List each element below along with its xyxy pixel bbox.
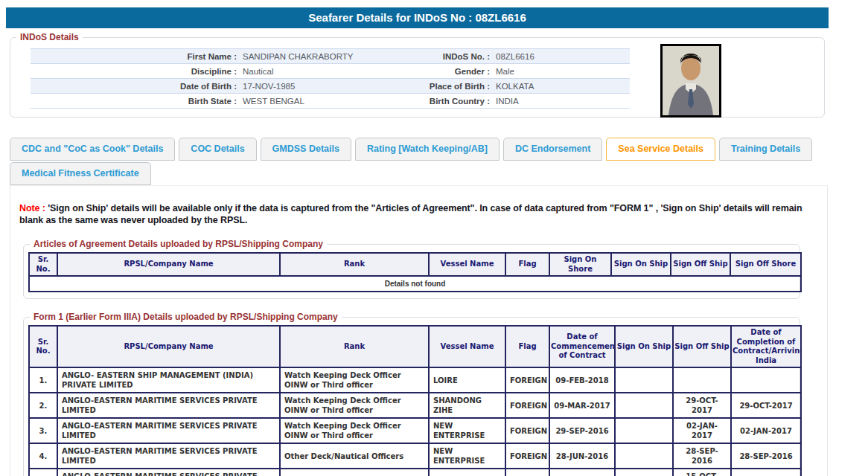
cell-flag: FOREIGN [505,443,549,469]
details-not-found-message: Details not found [29,276,801,292]
cell-completion: 29-OCT-2017 [731,393,801,418]
discipline-label: Discipline : [31,67,243,76]
cell-sr-no: 2. [29,393,57,418]
cell-sign-off-ship [673,367,731,393]
cell-rank: Watch Keeping Deck Officer OINW or Third… [280,367,429,393]
place-of-birth-value: KOLKATA [496,82,630,91]
indos-details-grid: First Name : SANDIPAN CHAKRABORTY INDoS … [31,48,630,109]
table-row: 3. ANGLO-EASTERN MARITIME SERVICES PRIVA… [29,418,801,443]
cell-vessel-name: NEW ENTERPRISE [429,418,505,443]
col-company: RPSL/Company Name [57,253,280,276]
cell-sign-off-ship: 28-SEP-2016 [673,443,731,469]
cell-commencement: 09-MAR-2017 [549,393,615,418]
empty-row: Details not found [29,276,801,292]
seafarer-photo [660,44,721,118]
cell-rank: Watch Keeping Deck Officer OINW or Third… [280,393,429,418]
birth-state-label: Birth State : [31,97,243,106]
tab-row-1: CDC and "CoC as Cook" Details COC Detail… [10,138,828,161]
col-company: RPSL/Company Name [57,326,280,367]
cell-sign-on-ship [615,418,673,443]
col-sr-no: Sr. No. [29,253,57,276]
cell-rank: Other Deck/Nautical Officers [280,443,429,469]
col-commencement: Date of Commencement of Contract [549,326,615,367]
col-flag: Flag [505,253,549,276]
cell-sr-no: 4. [29,443,57,469]
col-rank: Rank [280,326,429,367]
col-vessel-name: Vessel Name [429,326,505,367]
cell-completion: 28-SEP-2016 [731,443,801,469]
cell-commencement: 28-JUN-2016 [549,443,615,469]
portrait-graphic [663,46,719,115]
table-row: 1. ANGLO- EASTERN SHIP MANAGEMENT (INDIA… [29,367,801,393]
cell-company: ANGLO-EASTERN MARITIME SERVICES PRIVATE … [57,393,280,418]
cell-vessel-name: LOIRE [429,367,505,393]
cell-company: ANGLO-EASTERN MARITIME SERVICES PRIVATE … [57,418,280,443]
tab-rating-watch-keeping-ab[interactable]: Rating [Watch Keeping/AB] [355,138,500,161]
first-name-label: First Name : [31,52,243,61]
discipline-value: Nautical [243,67,410,76]
cell-sign-off-ship: 15-OCT-2013 [673,469,731,476]
indos-row: Date of Birth : 17-NOV-1985 Place of Bir… [31,79,630,94]
cell-sign-on-ship [615,469,673,476]
gender-label: Gender : [410,67,496,76]
col-sign-off-shore: Sign Off Shore [730,253,801,276]
cell-flag: FOREIGN [505,393,549,418]
articles-header-row: Sr. No. RPSL/Company Name Rank Vessel Na… [29,253,801,276]
cell-commencement: 29-SEP-2016 [549,418,615,443]
cell-sign-off-ship: 29-OCT-2017 [673,393,731,418]
cell-sign-off-ship: 02-JAN-2017 [673,418,731,443]
col-sign-on-shore: Sign On Shore [549,253,611,276]
cell-flag: FOREIGN [505,418,549,443]
place-of-birth-label: Place of Birth : [410,82,496,91]
articles-legend: Articles of Agreement Details uploaded b… [30,239,327,249]
articles-table: Sr. No. RPSL/Company Name Rank Vessel Na… [28,252,802,292]
tab-medical-fitness-certificate[interactable]: Medical Fitness Certificate [10,162,151,185]
cell-company: ANGLO-EASTERN MARITIME SERVICES PRIVATE … [57,469,280,476]
sea-service-details-panel: Note : 'Sign on Ship' details will be av… [10,185,828,476]
indos-details-legend: INDoS Details [16,32,83,42]
cell-company: ANGLO- EASTERN SHIP MANAGEMENT (INDIA) P… [57,367,280,393]
cell-sr-no: 3. [29,418,57,443]
table-row: 4. ANGLO-EASTERN MARITIME SERVICES PRIVA… [29,443,801,469]
cell-vessel-name: SHANDONG ZIHE [429,393,505,418]
cell-sr-no: 5. [29,469,57,476]
cell-completion [731,367,801,393]
tab-cdc-coc-as-cook-details[interactable]: CDC and "CoC as Cook" Details [10,138,175,161]
first-name-value: SANDIPAN CHAKRABORTY [243,52,410,61]
form1-section: Form 1 (Earlier Form IIIA) Details uploa… [23,317,800,476]
form1-legend: Form 1 (Earlier Form IIIA) Details uploa… [30,312,342,322]
col-flag: Flag [505,326,549,367]
form1-table: Sr. No. RPSL/Company Name Rank Vessel Na… [28,325,802,476]
tab-gmdss-details[interactable]: GMDSS Details [261,138,351,161]
indos-no-label: INDoS No. : [410,52,496,61]
articles-of-agreement-section: Articles of Agreement Details uploaded b… [23,244,800,299]
cell-completion: 15-OCT-2013 [731,469,801,476]
cell-sign-on-ship [615,393,673,418]
birth-country-value: INDIA [496,97,630,106]
cell-completion: 02-JAN-2017 [731,418,801,443]
cell-rank: Cadet(Nautical Science) [280,469,429,476]
cell-commencement: 09-FEB-2018 [549,367,615,393]
col-sr-no: Sr. No. [29,326,57,367]
note-label: Note : [19,203,45,213]
note-body: 'Sign on Ship' details will be available… [19,203,802,225]
tab-sea-service-details[interactable]: Sea Service Details [606,138,715,161]
col-sign-on-ship: Sign On Ship [611,253,671,276]
col-rank: Rank [280,253,429,276]
indos-no-value: 08ZL6616 [496,52,630,61]
cell-sign-on-ship [615,367,673,393]
cell-flag: FOREIGN [505,367,549,393]
tab-training-details[interactable]: Training Details [719,138,812,161]
col-vessel-name: Vessel Name [429,253,505,276]
form1-header-row: Sr. No. RPSL/Company Name Rank Vessel Na… [29,326,801,367]
indos-row: Discipline : Nautical Gender : Male [31,64,630,79]
tab-coc-details[interactable]: COC Details [179,138,256,161]
col-sign-off-ship: Sign Off Ship [671,253,730,276]
cell-sign-on-ship [615,443,673,469]
cell-company: ANGLO-EASTERN MARITIME SERVICES PRIVATE … [57,443,280,469]
birth-country-label: Birth Country : [410,97,496,106]
tab-row-2: Medical Fitness Certificate [10,162,828,185]
tab-dc-endorsement[interactable]: DC Endorsement [503,138,602,161]
col-sign-on-ship: Sign On Ship [615,326,673,367]
date-of-birth-value: 17-NOV-1985 [243,82,410,91]
